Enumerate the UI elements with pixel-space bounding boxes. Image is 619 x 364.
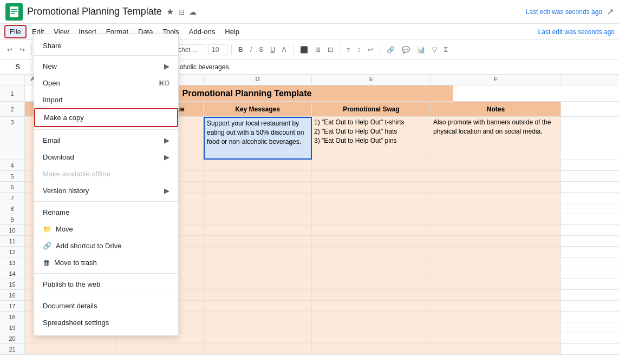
align-center-button[interactable]: ↕ bbox=[355, 45, 363, 55]
fill-color-button[interactable]: ⬛ bbox=[297, 45, 311, 55]
cell-f19[interactable] bbox=[431, 322, 561, 333]
cell-e13[interactable] bbox=[312, 257, 431, 268]
cell-d8[interactable] bbox=[204, 203, 312, 214]
align-left-button[interactable]: ≡ bbox=[344, 45, 353, 55]
cell-e6[interactable] bbox=[312, 182, 431, 192]
expand-icon[interactable]: ↗ bbox=[607, 6, 614, 17]
cell-d4[interactable] bbox=[204, 160, 312, 170]
filter-button[interactable]: ▽ bbox=[429, 45, 440, 55]
cell-d18[interactable] bbox=[204, 312, 312, 322]
cell-f8[interactable] bbox=[431, 203, 561, 214]
cell-d21[interactable] bbox=[204, 344, 312, 354]
cell-e9[interactable] bbox=[312, 214, 431, 224]
cell-e10[interactable] bbox=[312, 225, 431, 235]
cell-f15[interactable] bbox=[431, 279, 561, 289]
import-item[interactable]: Import bbox=[34, 91, 178, 108]
merge-button[interactable]: ⊡ bbox=[325, 45, 336, 55]
version-history-item[interactable]: Version history ▶ bbox=[34, 182, 178, 199]
cell-e12[interactable] bbox=[312, 247, 431, 257]
rename-item[interactable]: Rename bbox=[34, 204, 178, 221]
underline-button[interactable]: U bbox=[268, 45, 278, 55]
cell-d10[interactable] bbox=[204, 225, 312, 235]
cell-c21[interactable] bbox=[117, 344, 204, 354]
cell-d5[interactable] bbox=[204, 171, 312, 181]
menu-help[interactable]: Help bbox=[220, 26, 244, 37]
wrap-button[interactable]: ↩ bbox=[365, 45, 376, 55]
menu-addons[interactable]: Add-ons bbox=[185, 26, 219, 37]
cell-d2[interactable]: Key Messages bbox=[204, 102, 312, 116]
cell-d12[interactable] bbox=[204, 247, 312, 257]
publish-item[interactable]: Publish to the web bbox=[34, 276, 178, 293]
cell-f6[interactable] bbox=[431, 182, 561, 192]
email-item[interactable]: Email ▶ bbox=[34, 132, 178, 149]
cell-d6[interactable] bbox=[204, 182, 312, 192]
cell-d14[interactable] bbox=[204, 268, 312, 279]
font-size-selector[interactable]: 10 bbox=[208, 44, 227, 55]
cell-f4[interactable] bbox=[431, 160, 561, 170]
cell-f16[interactable] bbox=[431, 290, 561, 300]
cell-e2[interactable]: Promotional Swag bbox=[312, 102, 431, 116]
cell-e19[interactable] bbox=[312, 322, 431, 333]
italic-button[interactable]: I bbox=[247, 45, 255, 55]
cell-d11[interactable] bbox=[204, 236, 312, 246]
document-details-item[interactable]: Document details bbox=[34, 297, 178, 314]
cell-a21[interactable] bbox=[25, 344, 41, 354]
open-item[interactable]: Open ⌘O bbox=[34, 75, 178, 91]
cloud-icon[interactable]: ☁ bbox=[189, 8, 197, 16]
spreadsheet-settings-item[interactable]: Spreadsheet settings bbox=[34, 314, 178, 331]
cell-f18[interactable] bbox=[431, 312, 561, 322]
undo-button[interactable]: ↩ bbox=[4, 44, 15, 55]
cell-f2[interactable]: Notes bbox=[431, 102, 561, 116]
cell-e7[interactable] bbox=[312, 193, 431, 203]
strikethrough-button[interactable]: S bbox=[256, 45, 266, 55]
cell-e21[interactable] bbox=[312, 344, 431, 354]
cell-e5[interactable] bbox=[312, 171, 431, 181]
comment-button[interactable]: 💬 bbox=[399, 45, 413, 55]
cell-f10[interactable] bbox=[431, 225, 561, 235]
link-button[interactable]: 🔗 bbox=[384, 45, 398, 55]
cell-d19[interactable] bbox=[204, 322, 312, 333]
cell-e18[interactable] bbox=[312, 312, 431, 322]
trash-item[interactable]: 🗑 Move to trash bbox=[34, 254, 178, 271]
cell-e14[interactable] bbox=[312, 268, 431, 279]
cell-f5[interactable] bbox=[431, 171, 561, 181]
cell-f3[interactable]: Also promote with banners outside of the… bbox=[431, 117, 561, 160]
cell-f20[interactable] bbox=[431, 333, 561, 343]
cell-d16[interactable] bbox=[204, 290, 312, 300]
cell-e3[interactable]: 1) "Eat Out to Help Out" t-shirts2) "Eat… bbox=[312, 117, 431, 160]
borders-button[interactable]: ⊞ bbox=[312, 45, 323, 55]
cell-f13[interactable] bbox=[431, 257, 561, 268]
cell-f9[interactable] bbox=[431, 214, 561, 224]
share-item[interactable]: Share bbox=[34, 37, 178, 54]
cell-e11[interactable] bbox=[312, 236, 431, 246]
text-color-button[interactable]: A bbox=[279, 45, 289, 55]
cell-b21[interactable] bbox=[41, 344, 117, 354]
new-item[interactable]: New ▶ bbox=[34, 58, 178, 75]
bold-button[interactable]: B bbox=[236, 45, 246, 55]
cell-reference[interactable]: S bbox=[4, 63, 31, 71]
cell-d9[interactable] bbox=[204, 214, 312, 224]
cell-e20[interactable] bbox=[312, 333, 431, 343]
cell-f17[interactable] bbox=[431, 301, 561, 311]
cell-d15[interactable] bbox=[204, 279, 312, 289]
cell-d7[interactable] bbox=[204, 193, 312, 203]
cell-e16[interactable] bbox=[312, 290, 431, 300]
cell-d17[interactable] bbox=[204, 301, 312, 311]
cell-f14[interactable] bbox=[431, 268, 561, 279]
chart-button[interactable]: 📊 bbox=[414, 45, 428, 55]
cell-d20[interactable] bbox=[204, 333, 312, 343]
move-item[interactable]: 📁 Move bbox=[34, 221, 178, 237]
cell-f7[interactable] bbox=[431, 193, 561, 203]
cell-f21[interactable] bbox=[431, 344, 561, 354]
folder-icon[interactable]: ⊟ bbox=[178, 8, 185, 16]
cell-d3[interactable]: Support your local restaurant by eating … bbox=[204, 117, 312, 160]
cell-f12[interactable] bbox=[431, 247, 561, 257]
download-item[interactable]: Download ▶ bbox=[34, 149, 178, 166]
star-icon[interactable]: ★ bbox=[166, 6, 174, 17]
cell-e4[interactable] bbox=[312, 160, 431, 170]
cell-e15[interactable] bbox=[312, 279, 431, 289]
make-copy-item[interactable]: Make a copy bbox=[34, 108, 178, 127]
cell-e17[interactable] bbox=[312, 301, 431, 311]
shortcut-item[interactable]: 🔗 Add shortcut to Drive bbox=[34, 237, 178, 254]
cell-d13[interactable] bbox=[204, 257, 312, 268]
